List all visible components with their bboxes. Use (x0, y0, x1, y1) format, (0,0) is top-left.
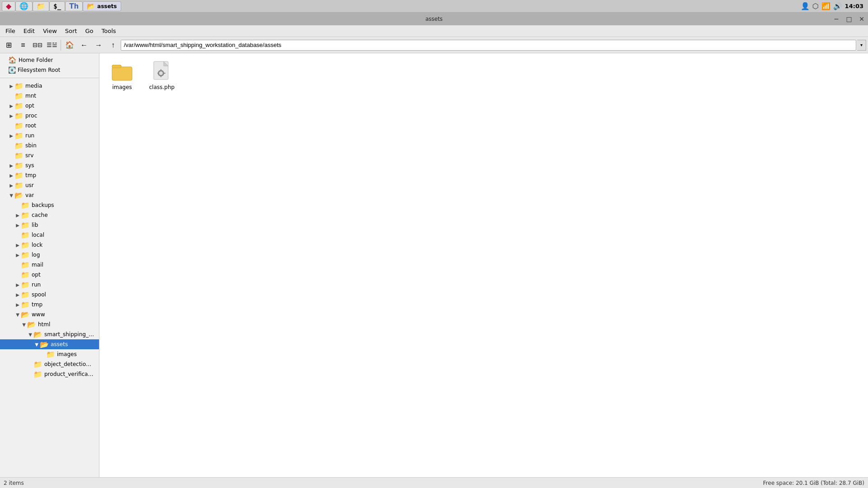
sidebar-item-tmp[interactable]: ▶ 📁 tmp (0, 170, 99, 180)
details-view-button[interactable]: ☰☱ (45, 39, 59, 52)
sidebar-item-images-child[interactable]: 📁 images (0, 349, 99, 359)
www-folder-icon: 📂 (21, 310, 30, 319)
assets-arrow: ▼ (33, 342, 40, 347)
sidebar-item-spool[interactable]: ▶ 📁 spool (0, 290, 99, 300)
root-label: root (25, 122, 36, 129)
sys-label: sys (25, 162, 34, 169)
home-icon: 🏠 (8, 56, 17, 64)
usr-folder-icon: 📁 (14, 181, 24, 190)
icon-view-button[interactable]: ⊞ (2, 39, 15, 52)
sidebar-item-assets[interactable]: ▼ 📂 assets (0, 339, 99, 349)
sidebar-divider (0, 78, 99, 78)
sidebar-item-local[interactable]: 📁 local (0, 230, 99, 240)
sidebar-item-var[interactable]: ▼ 📂 var (0, 190, 99, 200)
home-button[interactable]: 🏠 (63, 39, 76, 52)
spool-folder-icon: 📁 (21, 291, 30, 299)
classphp-label: class.php (149, 84, 175, 90)
sidebar-item-mail[interactable]: 📁 mail (0, 260, 99, 270)
lib-folder-icon: 📁 (21, 221, 30, 230)
sidebar-item-usr[interactable]: ▶ 📁 usr (0, 180, 99, 190)
run2-arrow: ▶ (14, 282, 21, 287)
sidebar-item-fsroot[interactable]: 💽 Filesystem Root (0, 65, 99, 75)
cache-arrow: ▶ (14, 213, 21, 218)
sidebar-item-cache[interactable]: ▶ 📁 cache (0, 210, 99, 220)
network-globe-icon: 🌐 (19, 2, 28, 10)
sidebar-item-smart[interactable]: ▼ 📂 smart_shipping_works… (0, 329, 99, 339)
taskbar-thonny[interactable]: Th (65, 1, 83, 11)
sidebar-item-media[interactable]: ▶ 📁 media (0, 81, 99, 91)
mnt-label: mnt (25, 93, 36, 99)
address-bar[interactable] (121, 40, 856, 51)
lock-label: lock (32, 242, 42, 248)
sidebar-item-root[interactable]: 📁 root (0, 121, 99, 131)
taskbar-raspi[interactable]: ◆ (2, 1, 15, 11)
menu-go[interactable]: Go (81, 27, 97, 35)
sidebar-item-lib[interactable]: ▶ 📁 lib (0, 220, 99, 230)
user-icon[interactable]: 👤 (801, 2, 810, 10)
sidebar-item-object-detection[interactable]: 📁 object_detection_m… (0, 359, 99, 369)
assets-folder-icon: 📂 (87, 2, 95, 10)
sidebar-item-opt[interactable]: ▶ 📁 opt (0, 101, 99, 111)
file-item-images[interactable]: images (104, 58, 140, 93)
menu-view[interactable]: View (39, 27, 61, 35)
bluetooth-icon[interactable]: ⬡ (812, 2, 819, 10)
compact-view-button[interactable]: ⊟⊟ (31, 39, 44, 52)
taskbar: ◆ 🌐 📁 $_ Th 📂 assets 👤 ⬡ 📶 🔊 14:03 (0, 0, 868, 13)
network-tray-icon[interactable]: 📶 (821, 2, 830, 10)
menu-file[interactable]: File (2, 27, 19, 35)
sidebar-item-sys[interactable]: ▶ 📁 sys (0, 160, 99, 170)
tmp-label: tmp (25, 172, 36, 178)
sidebar-item-product-verification[interactable]: 📁 product_verification… (0, 369, 99, 379)
proc-folder-icon: 📁 (14, 112, 24, 120)
svg-rect-8 (160, 75, 161, 77)
taskbar-assets-window[interactable]: 📂 assets (83, 1, 121, 11)
sidebar-item-log[interactable]: ▶ 📁 log (0, 250, 99, 260)
minimize-button[interactable]: ─ (830, 13, 843, 25)
up-arrow-icon: ↑ (111, 41, 115, 49)
close-button[interactable]: ✕ (855, 13, 868, 25)
sidebar-item-run2[interactable]: ▶ 📁 run (0, 280, 99, 290)
sidebar-item-html[interactable]: ▼ 📂 html (0, 319, 99, 329)
up-button[interactable]: ↑ (106, 39, 120, 52)
lib-arrow: ▶ (14, 223, 21, 228)
taskbar-terminal[interactable]: $_ (49, 1, 65, 11)
sidebar-item-opt2[interactable]: 📁 opt (0, 270, 99, 280)
menu-edit[interactable]: Edit (20, 27, 38, 35)
opt-folder-icon: 📁 (14, 102, 24, 110)
sidebar-item-www[interactable]: ▼ 📂 www (0, 310, 99, 319)
menu-sort[interactable]: Sort (61, 27, 81, 35)
toolbar-separator-1 (61, 40, 61, 51)
svg-point-6 (159, 71, 163, 75)
run-label: run (25, 132, 34, 139)
list-view-icon: ≡ (21, 41, 25, 49)
sidebar-item-lock[interactable]: ▶ 📁 lock (0, 240, 99, 250)
html-folder-icon: 📂 (27, 320, 36, 329)
tmp-folder-icon: 📁 (14, 171, 24, 180)
sidebar-item-srv[interactable]: 📁 srv (0, 150, 99, 160)
tmp2-label: tmp (32, 301, 42, 308)
back-arrow-icon: ← (80, 41, 88, 49)
sidebar-item-sbin[interactable]: 📁 sbin (0, 141, 99, 150)
sidebar-item-run[interactable]: ▶ 📁 run (0, 131, 99, 141)
taskbar-network[interactable]: 🌐 (15, 1, 33, 11)
status-items-count: 2 items (4, 480, 24, 486)
volume-icon[interactable]: 🔊 (833, 2, 842, 10)
address-dropdown[interactable]: ▾ (857, 40, 866, 51)
taskbar-filemanager[interactable]: 📁 (33, 1, 49, 11)
menu-tools[interactable]: Tools (98, 27, 120, 35)
object-label: object_detection_m… (44, 361, 94, 367)
sidebar-item-home[interactable]: 🏠 Home Folder (0, 55, 99, 65)
maximize-button[interactable]: □ (843, 13, 855, 25)
forward-button[interactable]: → (92, 39, 105, 52)
sidebar-item-backups[interactable]: 📁 backups (0, 200, 99, 210)
back-button[interactable]: ← (77, 39, 91, 52)
assets-folder-icon-sidebar: 📂 (40, 340, 49, 349)
sidebar-item-tmp2[interactable]: ▶ 📁 tmp (0, 300, 99, 310)
images-child-icon: 📁 (46, 350, 55, 359)
sidebar-item-proc[interactable]: ▶ 📁 proc (0, 111, 99, 121)
list-view-button[interactable]: ≡ (16, 39, 30, 52)
sidebar-item-mnt[interactable]: 📁 mnt (0, 91, 99, 101)
images-label: images (112, 84, 132, 90)
www-arrow: ▼ (14, 312, 21, 317)
file-item-classphp[interactable]: class.php (144, 58, 180, 93)
